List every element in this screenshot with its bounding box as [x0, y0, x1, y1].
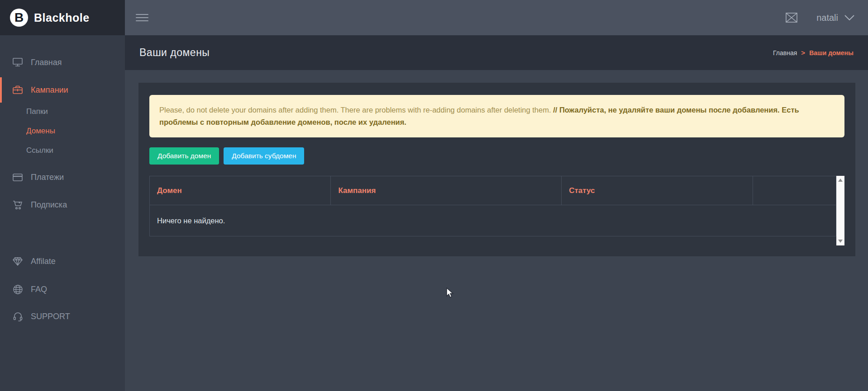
table-scrollbar[interactable] — [836, 176, 844, 245]
sidebar-item-label: Affilate — [31, 257, 56, 266]
sidebar-item-campaigns[interactable]: Кампании — [0, 77, 125, 103]
add-domain-button[interactable]: Добавить домен — [149, 147, 219, 165]
breadcrumb: Главная > Ваши домены — [773, 49, 854, 57]
empty-state-text: Ничего не найдено. — [150, 205, 836, 236]
column-header-campaign: Кампания — [331, 176, 562, 205]
sidebar-item-links[interactable]: Ссылки — [0, 141, 125, 160]
domains-table-area: Домен Кампания Статус Ничего не найдено. — [149, 176, 844, 245]
sidebar-item-subscription[interactable]: Подписка — [0, 195, 125, 215]
monitor-icon — [12, 57, 23, 68]
sidebar-item-label: Главная — [31, 58, 62, 67]
sidebar-item-label: FAQ — [31, 285, 47, 294]
sidebar-item-folders[interactable]: Папки — [0, 102, 125, 122]
credit-card-icon — [12, 172, 23, 183]
content-area: Ваши домены Главная > Ваши домены Please… — [125, 35, 868, 391]
table-header-row: Домен Кампания Статус — [150, 176, 836, 205]
warning-alert: Please, do not delete your domains after… — [149, 95, 844, 137]
sidebar-item-support[interactable]: SUPPORT — [0, 306, 125, 326]
user-name: natali — [816, 13, 838, 23]
headset-icon — [12, 311, 23, 322]
top-bar-right: natali — [786, 13, 854, 23]
app-root: B Blackhole natali — [0, 0, 868, 391]
user-menu[interactable]: natali — [816, 13, 854, 23]
table-empty-row: Ничего не найдено. — [150, 205, 836, 236]
sidebar-item-label: Ссылки — [26, 146, 53, 155]
chevron-down-icon — [844, 15, 854, 20]
sidebar-item-domains[interactable]: Домены — [0, 121, 125, 141]
sidebar-item-label: Папки — [26, 107, 48, 116]
scrollbar-down-arrow[interactable] — [836, 237, 844, 245]
breadcrumb-separator-icon: > — [801, 49, 805, 57]
brand-logo[interactable]: B Blackhole — [0, 0, 125, 35]
column-header-status: Статус — [562, 176, 753, 205]
mail-icon[interactable] — [786, 13, 797, 23]
page-title-bar: Ваши домены Главная > Ваши домены — [125, 35, 868, 70]
column-header-actions — [753, 176, 836, 205]
breadcrumb-home-link[interactable]: Главная — [773, 49, 797, 57]
gem-icon — [12, 256, 23, 267]
page-title: Ваши домены — [139, 47, 210, 59]
sidebar-item-label: Кампании — [31, 85, 68, 95]
top-bar: B Blackhole natali — [0, 0, 868, 35]
sidebar-item-label: SUPPORT — [31, 312, 70, 321]
main-layout: Главная Кампании Папки Домены Ссылки — [0, 35, 868, 391]
sidebar: Главная Кампании Папки Домены Ссылки — [0, 35, 125, 391]
column-header-domain: Домен — [150, 176, 331, 205]
sidebar-item-affiliate[interactable]: Affilate — [0, 251, 125, 271]
breadcrumb-current: Ваши домены — [809, 49, 854, 57]
globe-icon — [12, 284, 23, 295]
domains-table: Домен Кампания Статус Ничего не найдено. — [149, 176, 836, 236]
sidebar-item-label: Домены — [26, 127, 55, 136]
sidebar-item-payments[interactable]: Платежи — [0, 167, 125, 187]
cart-plus-icon — [12, 199, 23, 210]
sidebar-item-label: Платежи — [31, 173, 64, 182]
sidebar-item-faq[interactable]: FAQ — [0, 279, 125, 299]
domains-panel: Please, do not delete your domains after… — [138, 83, 855, 256]
top-bar-main: natali — [125, 0, 868, 35]
briefcase-icon — [12, 85, 23, 95]
blackhole-logo-icon: B — [10, 9, 28, 27]
brand-name: Blackhole — [34, 11, 90, 24]
sidebar-item-label: Подписка — [31, 200, 67, 210]
hamburger-menu-icon[interactable] — [136, 12, 148, 24]
sidebar-item-home[interactable]: Главная — [0, 52, 125, 72]
alert-text-en: Please, do not delete your domains after… — [159, 106, 551, 114]
scrollbar-up-arrow[interactable] — [836, 176, 844, 184]
action-buttons: Добавить домен Добавить субдомен — [149, 147, 844, 165]
add-subdomain-button[interactable]: Добавить субдомен — [224, 147, 304, 165]
